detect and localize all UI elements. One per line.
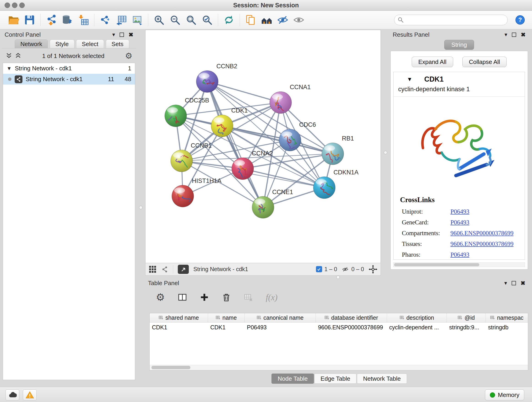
panel-float-icon[interactable] bbox=[120, 32, 124, 37]
panel-menu-icon[interactable]: ▾ bbox=[505, 32, 507, 37]
plus-icon bbox=[200, 293, 209, 302]
results-horizontal-scrollbar[interactable] bbox=[393, 262, 525, 267]
expand-all-button[interactable]: Expand All bbox=[412, 57, 453, 67]
column-header-namespace[interactable]: namespac bbox=[486, 313, 528, 322]
search-input[interactable] bbox=[404, 17, 504, 23]
scrollbar-thumb[interactable] bbox=[152, 366, 190, 369]
section-expander-icon[interactable]: ▼ bbox=[407, 76, 412, 83]
zoom-fit-button[interactable] bbox=[183, 12, 199, 28]
tab-select[interactable]: Select bbox=[76, 39, 104, 48]
close-window-icon[interactable] bbox=[5, 2, 10, 8]
tab-node-table[interactable]: Node Table bbox=[272, 374, 314, 384]
panel-close-icon[interactable]: ✖ bbox=[520, 280, 525, 286]
tab-edge-table[interactable]: Edge Table bbox=[314, 374, 356, 384]
selected-checkbox-icon[interactable] bbox=[316, 266, 322, 272]
export-table-icon bbox=[115, 14, 127, 26]
left-splitter-handle[interactable] bbox=[139, 206, 143, 209]
hidden-count-group: 0 – 0 bbox=[342, 266, 364, 273]
column-icon bbox=[158, 315, 164, 320]
trash-icon bbox=[222, 292, 231, 302]
export-table-button[interactable] bbox=[113, 12, 129, 28]
compartments-link[interactable]: 9606.ENSP00000378699 bbox=[450, 230, 513, 237]
gear-icon[interactable]: ⚙ bbox=[125, 52, 133, 60]
table-row[interactable]: CDK1 CDK1 P06493 9606.ENSP00000378699 cy… bbox=[150, 322, 528, 332]
cell-id: stringdb:9... bbox=[447, 324, 486, 331]
pan-crosshair-icon[interactable] bbox=[369, 265, 377, 274]
zoom-in-button[interactable] bbox=[151, 12, 167, 28]
cell-shared-name: CDK1 bbox=[150, 324, 208, 331]
save-session-button[interactable] bbox=[22, 12, 38, 28]
hide-selected-button[interactable] bbox=[275, 12, 291, 28]
collapse-all-networks-icon[interactable] bbox=[6, 53, 12, 59]
column-header-name[interactable]: name bbox=[208, 313, 245, 322]
open-session-button[interactable] bbox=[6, 12, 22, 28]
export-network-button[interactable] bbox=[97, 12, 113, 28]
collapse-all-button[interactable]: Collapse All bbox=[462, 57, 507, 67]
panel-menu-icon[interactable]: ▾ bbox=[504, 280, 507, 286]
export-image-button[interactable] bbox=[129, 12, 145, 28]
scrollbar-thumb[interactable] bbox=[394, 263, 479, 266]
expand-all-networks-icon[interactable] bbox=[15, 53, 22, 59]
column-header-description[interactable]: description bbox=[387, 313, 447, 322]
right-splitter-handle[interactable] bbox=[384, 151, 387, 154]
table-settings-button[interactable]: ⚙ bbox=[154, 291, 166, 303]
table-panel-title: Table Panel bbox=[148, 280, 179, 287]
show-columns-button[interactable] bbox=[177, 291, 188, 303]
import-network-database-button[interactable] bbox=[59, 12, 75, 28]
panel-close-icon[interactable]: ✖ bbox=[521, 32, 526, 38]
table-panel-header: Table Panel ▾ ✖ bbox=[145, 279, 528, 287]
collection-expander-icon[interactable]: ▼ bbox=[7, 65, 12, 71]
network-graph[interactable]: CCNB2CCNA1CDC25BCDK1CDC6RB1CCNB1CCNA2CDK… bbox=[146, 30, 380, 263]
external-link-button[interactable] bbox=[178, 265, 189, 274]
copy-documents-icon bbox=[245, 14, 256, 26]
zoom-selected-button[interactable] bbox=[199, 12, 215, 28]
crosslink-label: Pharos: bbox=[402, 251, 450, 258]
column-header-shared-name[interactable]: shared name bbox=[150, 313, 208, 322]
help-button[interactable]: ? bbox=[514, 13, 526, 26]
panel-menu-icon[interactable]: ▾ bbox=[112, 32, 115, 37]
network-view-canvas[interactable]: CCNB2CCNA1CDC25BCDK1CDC6RB1CCNB1CCNA2CDK… bbox=[145, 30, 381, 263]
panel-close-icon[interactable]: ✖ bbox=[128, 32, 133, 38]
zoom-window-icon[interactable] bbox=[19, 2, 25, 8]
tab-network[interactable]: Network bbox=[15, 39, 48, 48]
tab-sets[interactable]: Sets bbox=[106, 39, 129, 48]
add-column-button[interactable] bbox=[198, 291, 210, 303]
cell-name: CDK1 bbox=[208, 324, 245, 331]
panel-float-icon[interactable] bbox=[512, 281, 516, 285]
warnings-button[interactable] bbox=[23, 389, 37, 400]
table-tabs: Node Table Edge Table Network Table bbox=[272, 374, 407, 384]
column-header-id[interactable]: @id bbox=[447, 313, 486, 322]
bottom-splitter-handle[interactable] bbox=[336, 275, 340, 279]
delete-column-button[interactable] bbox=[220, 291, 232, 303]
apply-layout-button[interactable] bbox=[221, 12, 237, 28]
cloud-status-button[interactable] bbox=[6, 389, 19, 400]
column-header-canonical-name[interactable]: canonical name bbox=[245, 313, 316, 322]
import-network-file-button[interactable] bbox=[43, 12, 59, 28]
duplicate-network-button[interactable] bbox=[243, 12, 259, 28]
genecard-link[interactable]: P06493 bbox=[450, 219, 469, 226]
uniprot-link[interactable]: P06493 bbox=[450, 208, 469, 215]
tab-style[interactable]: Style bbox=[50, 39, 75, 48]
import-table-button[interactable] bbox=[75, 12, 91, 28]
show-all-button[interactable] bbox=[291, 12, 307, 28]
svg-text:CDC25B: CDC25B bbox=[185, 97, 209, 104]
table-horizontal-scrollbar[interactable] bbox=[150, 365, 528, 370]
help-icon: ? bbox=[515, 14, 525, 26]
memory-button[interactable]: Memory bbox=[485, 389, 524, 400]
gene-card-header[interactable]: ▼ CDK1 bbox=[394, 72, 525, 84]
network-row[interactable]: String Network - cdk1 11 48 bbox=[3, 74, 135, 85]
tab-network-table[interactable]: Network Table bbox=[357, 374, 407, 384]
column-header-database-identifier[interactable]: database identifier bbox=[316, 313, 387, 322]
column-icon bbox=[257, 315, 262, 320]
pharos-link[interactable]: P06493 bbox=[450, 251, 469, 258]
zoom-out-button[interactable] bbox=[167, 12, 183, 28]
panel-float-icon[interactable] bbox=[512, 32, 516, 37]
minimize-window-icon[interactable] bbox=[12, 2, 17, 8]
crosslink-label: Compartments: bbox=[402, 230, 450, 237]
network-collection-row[interactable]: ▼ String Network - cdk1 1 bbox=[3, 63, 135, 74]
network-overview-icon[interactable] bbox=[161, 266, 168, 273]
home-networks-button[interactable] bbox=[259, 12, 275, 28]
tab-string[interactable]: String bbox=[444, 40, 474, 50]
grid-view-icon[interactable] bbox=[149, 265, 157, 273]
tissues-link[interactable]: 9606.ENSP00000378699 bbox=[450, 240, 513, 248]
